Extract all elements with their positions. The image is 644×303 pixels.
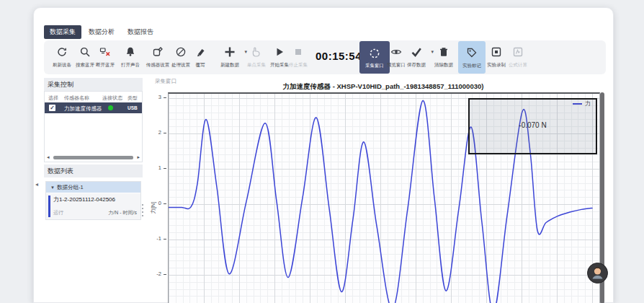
tab-data-report[interactable]: 数据报告 [122,25,159,39]
stop-collect-label: 停止采集 [279,62,317,69]
toolbar: 00:15:54 刷新设备搜索蓝牙断开蓝牙打开声音传感器设置处理设置覆写新建数据… [44,40,606,74]
sensor-type: USB [128,105,138,110]
trash-icon [438,46,450,58]
y-tick-mark [164,203,166,204]
plus-icon [224,46,236,58]
dataset-accent-bar [48,196,50,217]
tab-data-collect[interactable]: 数据采集 [44,25,81,39]
dashed-circle-icon [369,48,380,59]
connection-status-dot [108,105,113,110]
stop-icon [292,46,304,58]
sensor-checkbox[interactable]: ✓ [49,105,55,111]
dataset-status: 运行 [53,209,63,216]
hand-point-icon [251,46,262,58]
dataset-axes: 力/N - 时间/s [108,209,137,216]
y-tick-mark [164,97,166,98]
bell-icon [125,46,136,58]
refresh-icon [56,46,68,58]
selection-value: -0.070 N [470,121,596,129]
dataset-name: 力1-2-20251112-042506 [53,196,115,203]
scroll-right-icon[interactable]: ▸ [137,154,140,160]
scroll-left-icon[interactable]: ◂ [47,154,50,160]
search-icon [79,46,91,58]
y-tick-label: 2 [158,129,161,136]
panel-splitter-handle[interactable] [142,204,143,217]
data-group-label: 数据分组-1 [57,184,84,190]
y-tick-mark [164,168,166,169]
sidebar-collapse-icon[interactable]: ◂ [35,181,38,188]
y-tick-label: 3 [158,94,161,100]
data-list-header: 数据列表 [44,164,143,177]
formula-icon [512,46,524,58]
col-status: 连接状态 [102,95,122,102]
col-select: 选择 [48,95,58,102]
check-icon [411,46,422,58]
horizontal-scrollbar[interactable]: ◂ ▸ [47,154,140,160]
scrollbar-thumb[interactable] [53,156,133,159]
person-avatar-icon [588,263,607,283]
formula-calc-label: 公式计算 [499,62,537,69]
tab-data-analysis[interactable]: 数据分析 [83,25,120,39]
chart-title: 力加速度传感器 - XHSP-V10HID_path_-1981348857_1… [168,82,599,92]
avatar-button[interactable] [587,263,608,284]
marker-icon [194,46,206,58]
collect-control-header: 采集控制 [44,78,143,91]
collect-timer: 00:15:54 [316,50,362,62]
table-row-sensor[interactable]: ✓ 力加速度传感器 USB [45,102,142,113]
col-name: 传感器名称 [64,95,89,102]
new-data-button[interactable]: 新建数据▾ [215,40,244,74]
list-item-dataset[interactable]: 力1-2-20251112-042506 运行 力/N - 时间/s [46,193,140,219]
sensor-table: 选择 传感器名称 连接状态 类型 ✓ 力加速度传感器 USB ◂ ▸ [44,91,143,162]
data-list: ▼数据分组-1 力1-2-20251112-042506 运行 力/N - 时间… [45,181,141,220]
overwrite-button[interactable]: 覆写 [186,40,215,74]
formula-calc-button[interactable]: 公式计算 [504,40,532,74]
sensor-icon [152,46,164,58]
y-tick-mark [164,239,166,240]
app-window: 数据采集 数据分析 数据报告 00:15:54 刷新设备搜索蓝牙断开蓝牙打开声音… [33,7,614,303]
data-group-header[interactable]: ▼数据分组-1 [46,182,140,193]
chevron-down-icon: ▼ [50,185,55,190]
tag-icon [466,47,478,58]
tab-bar: 数据采集 数据分析 数据报告 [44,25,159,39]
y-axis-label: 力[N] [150,193,157,222]
y-tick-label: 1 [158,164,161,171]
open-sound-button[interactable]: 打开声音 [116,40,145,74]
selection-box[interactable]: -0.070 N [468,98,597,154]
gauge-icon [175,46,187,58]
record-icon [491,46,502,58]
y-tick-label: 0 [158,200,161,206]
col-type: 类型 [128,95,138,102]
eye-icon [390,46,402,58]
disconnect-bluetooth-button[interactable]: 断开蓝牙 [91,40,120,74]
y-tick-mark [164,274,166,275]
sensor-name: 力加速度传感器 [64,105,102,113]
plot-area[interactable]: -0.070 N 力 [168,92,600,303]
y-tick-label: -2 [156,271,161,277]
save-data-button[interactable]: 保存数据▾ [402,40,431,74]
stop-collect-button[interactable]: 停止采集 [284,40,313,74]
y-tick-mark [164,133,166,133]
y-tick-label: -1 [156,235,161,242]
bluetooth-off-icon [99,46,111,58]
